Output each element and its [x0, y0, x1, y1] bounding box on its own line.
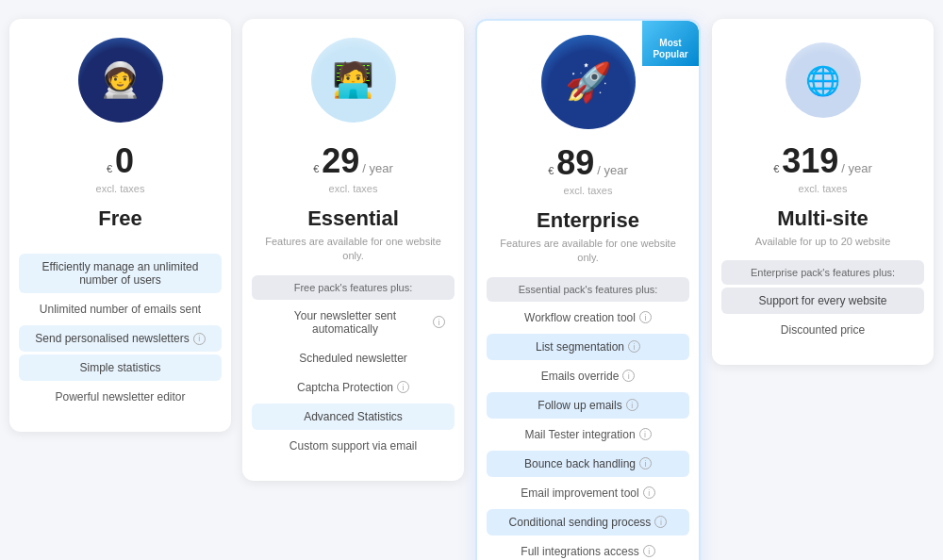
plan-subtitle: Features are available for one website o…	[477, 237, 699, 277]
feature-item: Efficiently manage an unlimited number o…	[19, 254, 222, 293]
section-header: Essential pack's features plus:	[487, 277, 689, 302]
section-header: Enterprise pack's features plus:	[721, 260, 924, 285]
price-section: € 0 excl. taxes	[9, 132, 231, 199]
plan-illustration	[532, 40, 645, 124]
info-icon[interactable]: i	[193, 333, 206, 345]
feature-item: Conditional sending process i	[487, 509, 689, 535]
feature-item: Follow up emails i	[487, 392, 689, 419]
pricing-container: € 0 excl. taxes Free Efficiently manage …	[9, 19, 934, 560]
price-excl: excl. taxes	[726, 183, 919, 194]
features-list: Free pack's features plus: Your newslett…	[242, 275, 464, 459]
illustration-multisite	[786, 42, 861, 118]
info-icon[interactable]: i	[639, 428, 652, 440]
price-excl: excl. taxes	[24, 183, 217, 194]
feature-text: Workflow creation tool	[524, 311, 636, 324]
illustration-essential	[311, 38, 396, 123]
plan-subtitle: Features are available for one website o…	[242, 235, 464, 275]
feature-item: Your newsletter sent automatically i	[252, 303, 455, 342]
feature-item: Mail Tester integration i	[487, 421, 689, 448]
info-icon[interactable]: i	[643, 486, 655, 499]
feature-item: Advanced Statistics	[252, 404, 455, 430]
price-excl: excl. taxes	[491, 185, 685, 196]
feature-item: Discounted price	[721, 317, 924, 343]
feature-item: Captcha Protection i	[252, 374, 455, 401]
feature-text: Scheduled newsletter	[299, 352, 407, 365]
feature-item: Powerful newsletter editor	[19, 384, 222, 410]
section-header: Free pack's features plus:	[252, 275, 455, 300]
plan-card-enterprise: Most Popular € 89 / year excl. taxes Ent…	[475, 19, 701, 560]
info-icon[interactable]: i	[654, 516, 667, 528]
feature-item: Custom support via email	[252, 433, 455, 459]
info-icon[interactable]: i	[622, 370, 635, 382]
price-currency: €	[773, 163, 779, 174]
price-section: € 319 / year excl. taxes	[712, 132, 934, 199]
plan-header	[712, 19, 934, 132]
plan-card-multisite: € 319 / year excl. taxes Multi-site Avai…	[712, 19, 934, 365]
feature-item: Scheduled newsletter	[252, 345, 455, 371]
feature-text: Full integrations access	[521, 545, 638, 558]
price-currency: €	[107, 163, 112, 174]
feature-text: Powerful newsletter editor	[55, 390, 185, 404]
feature-item: Simple statistics	[19, 354, 222, 381]
plan-header	[477, 21, 699, 134]
price-row: € 319 / year	[726, 141, 919, 181]
feature-text: Bounce back handling	[524, 457, 636, 470]
feature-text: Email improvement tool	[521, 486, 638, 500]
plan-illustration	[64, 38, 177, 123]
price-amount: 89	[556, 143, 594, 183]
feature-text: Unlimited number of emails sent	[40, 303, 201, 316]
feature-text: Support for every website	[758, 294, 886, 307]
info-icon[interactable]: i	[628, 340, 640, 353]
info-icon[interactable]: i	[639, 311, 652, 323]
price-amount: 29	[322, 141, 359, 181]
feature-item: Workflow creation tool i	[487, 305, 689, 331]
price-period: / year	[597, 163, 628, 177]
feature-item: Send personalised newsletters i	[19, 325, 222, 352]
price-period: / year	[362, 161, 393, 175]
price-row: € 0	[24, 141, 217, 181]
price-period: / year	[841, 161, 872, 175]
features-list: Enterprise pack's features plus: Support…	[712, 260, 934, 343]
plan-name: Free	[9, 199, 231, 235]
feature-item: Emails override i	[487, 363, 689, 389]
plan-card-essential: € 29 / year excl. taxes Essential Featur…	[242, 19, 464, 481]
plan-subtitle: Available for up to 20 website	[712, 235, 934, 260]
feature-text: Emails override	[541, 370, 620, 383]
info-icon[interactable]: i	[626, 399, 638, 411]
plan-illustration	[767, 38, 880, 123]
plan-card-free: € 0 excl. taxes Free Efficiently manage …	[9, 19, 231, 432]
feature-text: Custom support via email	[290, 439, 417, 453]
feature-text: Efficiently manage an unlimited number o…	[28, 260, 212, 287]
feature-item: Bounce back handling i	[487, 451, 689, 477]
feature-text: Send personalised newsletters	[35, 332, 189, 345]
feature-text: Captcha Protection	[297, 381, 393, 394]
price-row: € 89 / year	[491, 143, 685, 183]
price-amount: 0	[115, 141, 134, 181]
info-icon[interactable]: i	[639, 457, 652, 469]
plan-header	[242, 19, 464, 132]
feature-text: Advanced Statistics	[304, 410, 403, 423]
plan-name: Essential	[242, 199, 464, 235]
price-section: € 89 / year excl. taxes	[477, 134, 699, 201]
feature-item: Support for every website	[721, 288, 924, 314]
features-list: Essential pack's features plus: Workflow…	[477, 277, 699, 560]
feature-text: Mail Tester integration	[524, 428, 635, 441]
plan-name: Multi-site	[712, 199, 934, 235]
plan-name: Enterprise	[477, 201, 699, 237]
illustration-free	[78, 38, 163, 123]
price-currency: €	[548, 165, 554, 176]
feature-item: Email improvement tool i	[487, 480, 689, 506]
info-icon[interactable]: i	[397, 381, 409, 393]
info-icon[interactable]: i	[643, 545, 655, 557]
feature-text: Your newsletter sent automatically	[261, 309, 429, 336]
price-section: € 29 / year excl. taxes	[242, 132, 464, 199]
price-excl: excl. taxes	[256, 183, 450, 194]
feature-text: List segmentation	[536, 340, 624, 354]
feature-item: List segmentation i	[487, 334, 689, 360]
info-icon[interactable]: i	[433, 316, 445, 328]
feature-text: Discounted price	[781, 323, 865, 337]
price-row: € 29 / year	[256, 141, 450, 181]
plan-header	[9, 19, 231, 132]
feature-text: Conditional sending process	[509, 516, 652, 529]
feature-item: Full integrations access i	[487, 538, 689, 560]
